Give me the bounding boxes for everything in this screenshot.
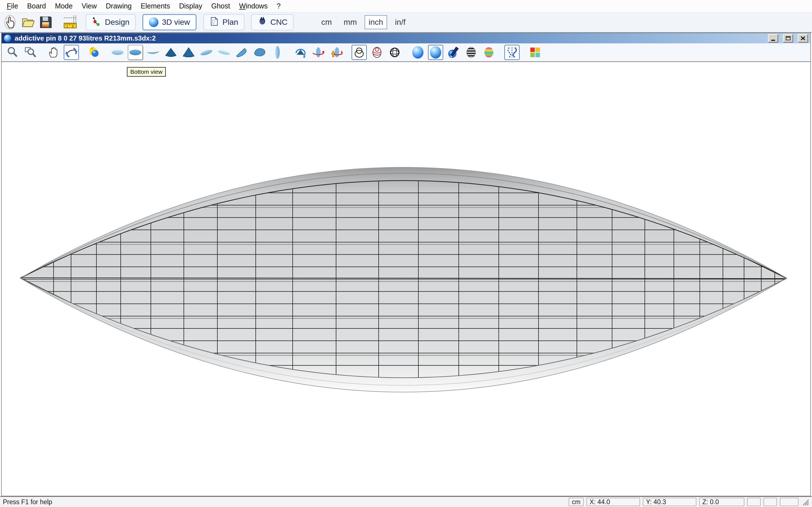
design-label: Design bbox=[105, 18, 130, 27]
zoom-icon[interactable] bbox=[5, 45, 20, 60]
status-y-coord: Y: 40.3 bbox=[643, 498, 696, 506]
design-mode-button[interactable]: Design bbox=[86, 14, 136, 31]
bottom-view-icon[interactable] bbox=[128, 45, 143, 60]
render-smooth-icon[interactable] bbox=[428, 45, 443, 60]
paint-design-icon[interactable] bbox=[446, 45, 461, 60]
menu-help[interactable]: ? bbox=[272, 1, 285, 11]
board-svg[interactable] bbox=[2, 62, 810, 496]
status-z-coord: Z: 0.0 bbox=[699, 498, 744, 506]
perspective-2-icon[interactable] bbox=[216, 45, 232, 60]
cnc-mode-button[interactable]: CNC bbox=[251, 14, 294, 31]
save-icon[interactable] bbox=[37, 13, 54, 31]
window-title: addictive pin 8 0 27 93litres R213mm.s3d… bbox=[15, 34, 156, 42]
menu-view[interactable]: View bbox=[77, 1, 101, 11]
3d-view-label: 3D view bbox=[162, 18, 190, 27]
svg-text:A: A bbox=[91, 47, 93, 50]
plan-label: Plan bbox=[222, 18, 238, 27]
perspective-1-icon[interactable] bbox=[199, 45, 214, 60]
rotate-3d-icon[interactable] bbox=[64, 45, 79, 60]
view-toolbar: A bbox=[2, 43, 810, 62]
render-solid-icon[interactable] bbox=[410, 45, 425, 60]
close-icon bbox=[801, 36, 806, 41]
color-palette-icon[interactable] bbox=[527, 45, 543, 60]
menu-ghost[interactable]: Ghost bbox=[207, 1, 235, 11]
unit-inf[interactable]: in/f bbox=[391, 15, 409, 29]
menu-elements[interactable]: Elements bbox=[136, 1, 174, 11]
wireframe-sphere-icon[interactable] bbox=[352, 45, 367, 60]
mesh-sphere-icon[interactable] bbox=[387, 45, 402, 60]
main-toolbar: 18 Design 3D view Plan bbox=[0, 12, 812, 33]
cnc-label: CNC bbox=[270, 18, 288, 27]
side-view-icon[interactable] bbox=[146, 45, 161, 60]
status-x-coord: X: 44.0 bbox=[587, 498, 640, 506]
unit-inch[interactable]: inch bbox=[364, 15, 387, 29]
slice-sphere-icon[interactable] bbox=[369, 45, 385, 60]
perspective-4-icon[interactable] bbox=[252, 45, 267, 60]
hand-pointer-icon[interactable] bbox=[2, 13, 19, 31]
top-view-icon[interactable] bbox=[110, 45, 125, 60]
svg-text:1: 1 bbox=[66, 25, 68, 28]
rotate-view-icon[interactable] bbox=[293, 45, 308, 60]
cnc-icon bbox=[257, 17, 267, 28]
design-icon bbox=[92, 17, 101, 28]
unit-selector: cm mm inch in/f bbox=[317, 15, 409, 29]
window-icon bbox=[4, 35, 11, 42]
menu-mode[interactable]: Mode bbox=[50, 1, 77, 11]
menu-display[interactable]: Display bbox=[174, 1, 207, 11]
minimize-button[interactable] bbox=[768, 34, 778, 43]
bottom-view-tooltip: Bottom view bbox=[127, 67, 166, 76]
menu-drawing[interactable]: Drawing bbox=[101, 1, 136, 11]
back-view-icon[interactable] bbox=[181, 45, 196, 60]
document-window: addictive pin 8 0 27 93litres R213mm.s3d… bbox=[1, 33, 811, 496]
3d-view-mode-button[interactable]: 3D view bbox=[142, 14, 197, 31]
perspective-3-icon[interactable] bbox=[234, 45, 250, 60]
status-empty-1 bbox=[747, 498, 761, 506]
close-button[interactable] bbox=[798, 34, 808, 43]
asymmetry-icon[interactable] bbox=[504, 45, 520, 60]
status-unit: cm bbox=[569, 498, 583, 506]
svg-text:8: 8 bbox=[72, 25, 73, 28]
menu-windows[interactable]: Windows bbox=[235, 1, 272, 11]
rotate-vertical-icon[interactable] bbox=[328, 45, 344, 60]
curvature-map-icon[interactable] bbox=[481, 45, 497, 60]
unit-mm[interactable]: mm bbox=[340, 15, 361, 29]
3d-view-icon bbox=[149, 17, 158, 27]
zebra-stripes-icon[interactable] bbox=[463, 45, 479, 60]
status-help-text: Press F1 for help bbox=[3, 498, 52, 506]
rotate-horizontal-icon[interactable] bbox=[311, 45, 326, 60]
3d-canvas[interactable]: Bottom view bbox=[2, 62, 810, 496]
front-view-icon[interactable] bbox=[163, 45, 179, 60]
status-bar: Press F1 for help cm X: 44.0 Y: 40.3 Z: … bbox=[0, 496, 812, 507]
unit-cm[interactable]: cm bbox=[317, 15, 336, 29]
menu-file[interactable]: File bbox=[2, 1, 22, 11]
plan-icon bbox=[209, 17, 219, 28]
open-folder-icon[interactable] bbox=[19, 13, 37, 31]
status-empty-2 bbox=[763, 498, 777, 506]
dimensions-ruler-icon[interactable]: 18 bbox=[61, 13, 79, 31]
window-title-bar[interactable]: addictive pin 8 0 27 93litres R213mm.s3d… bbox=[2, 33, 810, 43]
resize-grip[interactable] bbox=[801, 498, 809, 506]
menu-board[interactable]: Board bbox=[22, 1, 50, 11]
light-icon[interactable]: A bbox=[87, 45, 102, 60]
outline-view-icon[interactable] bbox=[270, 45, 285, 60]
pan-hand-icon[interactable] bbox=[46, 45, 61, 60]
zoom-area-icon[interactable] bbox=[23, 45, 38, 60]
status-empty-3 bbox=[780, 498, 799, 506]
menu-bar: File Board Mode View Drawing Elements Di… bbox=[0, 0, 812, 12]
maximize-button[interactable] bbox=[783, 34, 793, 43]
plan-mode-button[interactable]: Plan bbox=[203, 14, 245, 31]
